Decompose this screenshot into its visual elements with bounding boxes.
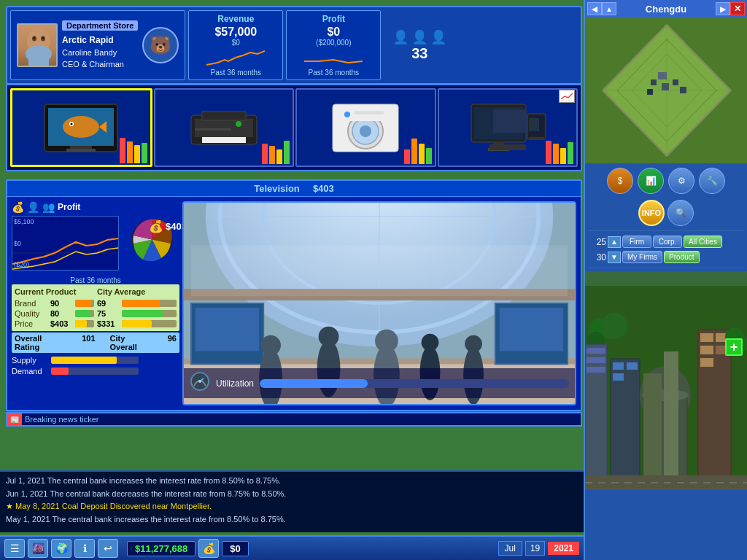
city-btn[interactable]: 🌆 <box>28 539 48 558</box>
news-bar: 📰 Breaking news ticker <box>6 412 582 427</box>
city-buildings-panel <box>585 271 747 490</box>
svg-rect-13 <box>70 146 92 149</box>
product-printer[interactable] <box>154 88 295 167</box>
svg-rect-97 <box>613 373 624 381</box>
minimap-close-btn[interactable]: ✕ <box>730 2 745 15</box>
util-bar-bg <box>260 379 569 388</box>
log-entry-3: ★ May 8, 2021 Coal Deposit Discovered ne… <box>6 500 578 513</box>
employees-box: 👤 👤 👤 33 <box>384 10 455 80</box>
svg-point-60 <box>422 334 439 351</box>
revenue-box: Revenue $57,000 $0 Past 36 months <box>188 10 283 80</box>
employee-count: 33 <box>411 45 427 62</box>
svg-rect-84 <box>647 89 653 95</box>
detail-header: Television $403 <box>7 181 581 197</box>
menu-btn[interactable]: ☰ <box>4 539 25 558</box>
product-monitor[interactable] <box>438 88 578 167</box>
minimap-view[interactable] <box>585 18 747 163</box>
printer-bars <box>262 135 290 164</box>
minimap-right-btn[interactable]: ▶ <box>716 2 730 15</box>
mm-btn-my-firms[interactable]: My Firms <box>622 251 662 263</box>
svg-rect-91 <box>587 348 605 354</box>
utilization-label: Utilization <box>216 378 254 389</box>
ceo-title: CEO & Chairman <box>62 58 138 71</box>
profit-mini-chart: $5,100 $0 ($20) <box>12 216 119 271</box>
money-icon-btn[interactable]: 💰 <box>198 539 219 558</box>
quality-city: 75 <box>97 309 119 318</box>
minimap-btn-money[interactable]: $ <box>607 168 633 194</box>
person-icon: 👤 <box>27 201 39 213</box>
chart-icon[interactable] <box>559 90 575 103</box>
svg-rect-102 <box>700 333 713 342</box>
money-icon: 💰 <box>12 201 24 213</box>
svg-point-88 <box>601 313 627 339</box>
minimap-btn-chart[interactable]: 📊 <box>638 168 664 194</box>
profit-sub: ($200,000) <box>316 39 351 47</box>
supply-demand: Supply Demand <box>12 356 179 376</box>
product-washer[interactable] <box>295 88 436 167</box>
svg-rect-66 <box>191 246 568 296</box>
date-display: Jul 19 2021 <box>498 541 579 556</box>
minimap-up-btn[interactable]: ▲ <box>602 2 616 15</box>
revenue-value: $57,000 <box>214 26 257 39</box>
products-strip <box>6 84 582 171</box>
svg-point-58 <box>375 330 398 353</box>
ceo-name: Caroline Bandy <box>62 47 138 59</box>
minimap-btn-extra1[interactable]: 🔍 <box>667 200 694 226</box>
detail-right: Utilization <box>182 201 576 405</box>
minimap-btn-settings[interactable]: ⚙ <box>668 168 694 194</box>
svg-rect-39 <box>489 144 526 150</box>
mm-arrow-up-1[interactable]: ▲ <box>608 236 621 248</box>
product-television[interactable] <box>10 88 152 167</box>
avatar-face <box>18 25 56 66</box>
news-ticker: Breaking news ticker <box>22 415 99 424</box>
plus-btn[interactable]: + <box>725 338 743 356</box>
minimap-btn-tool[interactable]: 🔧 <box>699 168 725 194</box>
city-average-header: City Average <box>97 287 177 296</box>
monitor-bars <box>546 135 573 164</box>
company-logo: 🐻 <box>142 27 179 63</box>
city-average-col: City Average 69 75 $331 <box>97 287 177 328</box>
info-btn[interactable]: INFO <box>638 200 665 226</box>
mm-btn-all-cities[interactable]: All Cities <box>684 236 722 248</box>
revenue-chart <box>206 47 265 69</box>
mm-num2: 30 <box>588 252 606 262</box>
current-product-header: Current Product <box>15 287 94 296</box>
person2-icon: 👥 <box>42 201 55 213</box>
svg-point-19 <box>236 121 241 127</box>
mm-arrow-down-2[interactable]: ▼ <box>608 252 621 263</box>
money-display-1: $11,277,688 <box>127 541 196 556</box>
revenue-base: $0 <box>232 39 240 47</box>
svg-point-64 <box>465 335 482 353</box>
svg-rect-20 <box>195 128 231 131</box>
brand-label: Brand <box>15 299 47 308</box>
svg-point-24 <box>360 125 371 137</box>
mm-btn-firm[interactable]: Firm <box>622 236 651 248</box>
profit-label: Profit <box>58 202 80 212</box>
log-entry-4: May 1, 2021 The central bank increases t… <box>6 513 578 526</box>
overall-row: Overall Rating 101 City Overall 96 <box>12 332 179 353</box>
price-label: Price <box>15 319 47 328</box>
minimap-left-btn[interactable]: ◀ <box>587 2 602 15</box>
brand-city: 69 <box>97 299 119 308</box>
past-months-label: Past 36 months <box>12 276 179 284</box>
svg-point-26 <box>344 112 350 117</box>
minimap-panel: ◀ ▲ Chengdu ▶ ✕ <box>584 0 747 560</box>
quality-value: 80 <box>50 309 72 318</box>
svg-point-4 <box>42 36 44 39</box>
svg-rect-16 <box>195 119 253 137</box>
news-icon: 📰 <box>7 413 22 425</box>
svg-rect-36 <box>529 137 544 139</box>
globe-btn[interactable]: 🌍 <box>51 539 71 558</box>
info-btn[interactable]: ℹ <box>74 539 95 558</box>
chart-bot: ($20) <box>14 261 29 268</box>
back-btn[interactable]: ↩ <box>98 539 118 558</box>
detail-left: 💰 👤 👥 Profit $5,100 $0 ($20) <box>12 201 179 405</box>
price-city: $331 <box>97 319 119 328</box>
store-image: Utilization <box>182 201 576 405</box>
profit-period: Past 36 months <box>309 69 359 77</box>
svg-point-69 <box>198 380 201 383</box>
chart-top: $5,100 <box>14 218 34 225</box>
overall-value: 101 <box>82 334 95 351</box>
mm-btn-product[interactable]: Product <box>664 251 699 263</box>
mm-btn-corp[interactable]: Corp. <box>653 236 682 248</box>
